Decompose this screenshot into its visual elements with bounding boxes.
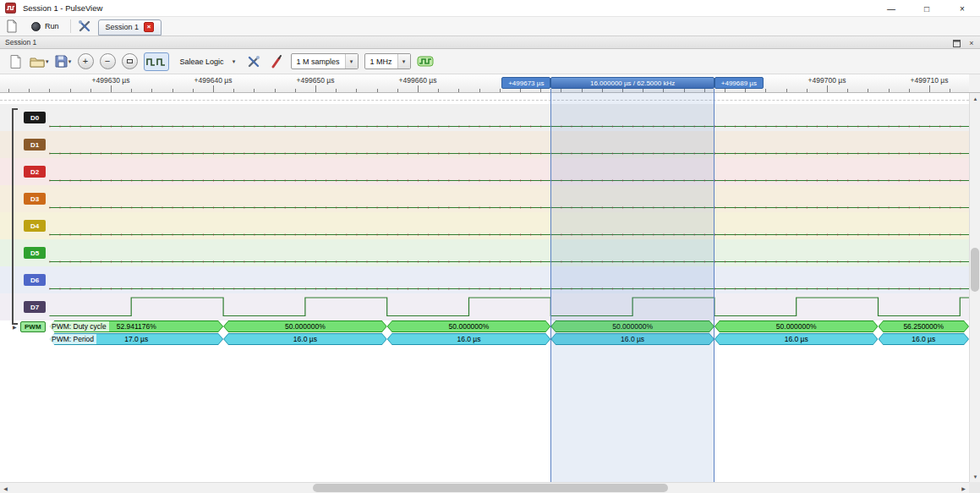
decoder-expander-icon[interactable]: ▶	[13, 324, 17, 330]
pwm-duty-annotation-value: 50.000000%	[715, 321, 878, 331]
tab-close-icon[interactable]: ×	[144, 22, 154, 32]
pwm-period-annotation[interactable]: 16.0 µs	[879, 333, 970, 345]
device-dropdown-icon: ▾	[229, 53, 239, 69]
channels-probe-button[interactable]	[268, 53, 285, 70]
scroll-down-icon[interactable]: ▼	[970, 471, 980, 482]
new-session-button[interactable]	[3, 18, 20, 35]
maximize-button[interactable]: □	[909, 0, 944, 17]
pwm-period-annotation[interactable]: 16.0 µs	[223, 333, 387, 345]
open-file-button[interactable]: ▾	[30, 53, 49, 70]
pwm-duty-annotation-value: 56.250000%	[879, 321, 969, 331]
decoder-label-PWM[interactable]: PWM	[20, 321, 46, 332]
pwm-period-annotation-value: 16.0 µs	[715, 334, 878, 344]
ruler-corner	[969, 74, 980, 93]
toolbar-separator	[70, 19, 71, 33]
sample-count-dropdown-icon: ▾	[345, 54, 358, 68]
pulse-icon	[156, 56, 166, 68]
app-logo-icon	[5, 3, 16, 14]
sample-rate-value: 1 MHz	[370, 58, 392, 66]
sample-count-select[interactable]: 1 M samples ▾	[291, 53, 359, 69]
horizontal-scrollbar-thumb[interactable]	[313, 484, 668, 492]
main-toolbar: Run Session 1 ×	[0, 17, 980, 36]
probe-icon	[271, 55, 282, 68]
wrench-icon	[247, 55, 260, 68]
tab-session-1[interactable]: Session 1 ×	[98, 19, 162, 36]
channel-label-D5[interactable]: D5	[24, 247, 46, 259]
device-config-button[interactable]	[245, 53, 262, 70]
channel-label-D7[interactable]: D7	[24, 301, 46, 313]
scroll-up-icon[interactable]: ▲	[970, 93, 980, 104]
pwm-period-annotation-value: 16.0 µs	[388, 334, 550, 344]
channel-label-D1[interactable]: D1	[24, 139, 46, 151]
run-button[interactable]: Run	[25, 19, 65, 34]
pwm-duty-annotation[interactable]: 50.000000%	[387, 320, 551, 332]
pwm-duty-annotation-value: 50.000000%	[388, 321, 550, 331]
scroll-left-icon[interactable]: ◀	[0, 483, 11, 493]
pwm-duty-annotation-value: 50.000000%	[224, 321, 386, 331]
run-label: Run	[45, 22, 59, 30]
session-panel-header[interactable]: Session 1 ×	[0, 36, 980, 49]
pwm-period-annotation-value: 16.0 µs	[879, 334, 969, 344]
sample-rate-dropdown-icon: ▾	[397, 54, 410, 68]
minimize-button[interactable]: —	[873, 0, 909, 17]
save-dropdown-icon[interactable]: ▾	[68, 58, 72, 65]
horizontal-scrollbar[interactable]: ◀ ▶	[0, 482, 969, 493]
cursor-left-flag[interactable]: +499673 µs	[501, 77, 550, 89]
sample-rate-select[interactable]: 1 MHz ▾	[364, 53, 411, 69]
channel-label-D6[interactable]: D6	[24, 274, 46, 286]
pwm-period-annotation[interactable]: 16.0 µs	[387, 333, 551, 345]
signal-traces	[0, 74, 969, 482]
open-dropdown-icon[interactable]: ▾	[46, 58, 49, 65]
capture-state-icon	[417, 53, 434, 70]
scrollbar-corner	[969, 482, 980, 493]
device-select[interactable]: Saleae Logic ▾	[175, 53, 239, 69]
pwm-duty-annotation[interactable]: 50.000000%	[223, 320, 387, 332]
new-file-icon	[9, 54, 22, 69]
crossed-tools-icon	[78, 19, 91, 33]
trace-view[interactable]: +499630 µs+499640 µs+499650 µs+499660 µs…	[0, 74, 969, 482]
show-sampling-points-toggle[interactable]	[144, 52, 169, 71]
tab-label: Session 1	[106, 23, 140, 31]
close-button[interactable]: ×	[944, 0, 980, 17]
decoder-row-label-duty: PWM: Duty cycle	[49, 321, 109, 331]
zoom-fit-button[interactable]	[122, 53, 138, 69]
cursor-right-flag[interactable]: +499689 µs	[714, 77, 764, 89]
float-panel-icon[interactable]	[951, 38, 961, 48]
sample-count-value: 1 M samples	[297, 58, 340, 66]
scroll-right-icon[interactable]: ▶	[958, 483, 969, 493]
channel-label-D0[interactable]: D0	[24, 112, 46, 123]
save-floppy-icon	[55, 55, 68, 68]
pulse-icon	[146, 56, 156, 68]
zoom-out-button[interactable]: −	[100, 53, 116, 69]
vertical-scrollbar-thumb[interactable]	[971, 248, 979, 292]
decoder-row-label-period: PWM: Period	[49, 334, 96, 344]
cursor-span-flag[interactable]: 16.000000 µs / 62.5000 kHz	[550, 77, 714, 89]
window-titlebar: Session 1 - PulseView — □ ×	[0, 0, 980, 17]
pwm-period-annotation-value: 16.0 µs	[224, 334, 386, 344]
channel-label-D4[interactable]: D4	[24, 220, 46, 232]
cursor-selection-band[interactable]	[550, 89, 714, 482]
close-panel-icon[interactable]: ×	[966, 38, 977, 48]
pwm-duty-annotation[interactable]: 56.250000%	[879, 320, 970, 332]
settings-tools-button[interactable]	[76, 18, 93, 35]
run-state-icon	[31, 22, 41, 31]
session-toolbar: ▾ ▾ + − Saleae Logic ▾	[0, 49, 980, 74]
channel-label-D2[interactable]: D2	[24, 166, 46, 178]
zoom-in-button[interactable]: +	[78, 53, 94, 69]
save-file-button[interactable]: ▾	[55, 53, 72, 70]
new-page-icon	[6, 19, 18, 33]
new-file-button[interactable]	[7, 53, 24, 70]
vertical-scrollbar[interactable]: ▲ ▼	[969, 93, 980, 482]
zoom-fit-icon	[127, 59, 133, 63]
panel-title: Session 1	[5, 38, 36, 47]
pwm-period-annotation[interactable]: 16.0 µs	[714, 333, 879, 345]
window-title: Session 1 - PulseView	[23, 3, 102, 13]
channel-label-D3[interactable]: D3	[24, 193, 46, 205]
device-select-value: Saleae Logic	[180, 58, 224, 66]
pwm-duty-annotation[interactable]: 50.000000%	[714, 320, 879, 332]
trace-group-bracket[interactable]	[12, 108, 18, 325]
open-folder-icon	[30, 56, 45, 68]
